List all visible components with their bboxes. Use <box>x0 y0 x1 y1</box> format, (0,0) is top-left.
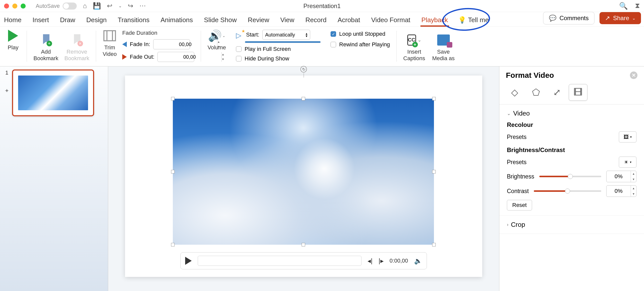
tab-home[interactable]: Home <box>3 16 22 26</box>
brightness-input[interactable]: 0% ▲▼ <box>606 171 636 182</box>
slide-thumbnail-1[interactable] <box>12 69 94 116</box>
undo-dropdown-icon[interactable]: ⌄ <box>118 4 122 8</box>
rotate-handle[interactable]: ↻ <box>300 66 307 72</box>
maximize-window[interactable] <box>21 4 26 9</box>
video-section-toggle[interactable]: ⌄ Video <box>507 110 636 117</box>
bc-presets-button[interactable]: ☀ ▾ <box>619 157 636 168</box>
player-volume-button[interactable]: 🔈 <box>414 257 422 265</box>
activity-icon[interactable]: ⧗ <box>635 2 640 10</box>
autosave-toggle[interactable]: AutoSave <box>36 3 77 10</box>
pane-tab-effects[interactable]: ⬠ <box>527 84 545 101</box>
resize-handle[interactable] <box>171 97 175 100</box>
pane-tab-size[interactable]: ⤢ <box>548 84 566 101</box>
remove-bookmark-button: Remove Bookmark <box>64 33 89 62</box>
ribbon-playback: Play Add Bookmark Remove Bookmark Trim V… <box>0 27 644 66</box>
home-icon[interactable]: ⌂ <box>83 2 87 10</box>
fade-out-input[interactable]: ▲▼ <box>157 52 194 62</box>
tab-review[interactable]: Review <box>247 16 270 26</box>
resize-handle[interactable] <box>432 243 436 246</box>
resize-handle[interactable] <box>171 243 175 246</box>
chevron-right-icon: › <box>507 222 508 227</box>
recolour-presets-button[interactable]: 🖼 ▾ <box>619 131 636 142</box>
share-button[interactable]: ↗ Share ⌄ <box>599 12 641 24</box>
fade-out-label: Fade Out: <box>130 54 154 60</box>
contrast-input[interactable]: 0% ▲▼ <box>606 185 636 197</box>
skip-forward-button[interactable]: |▸ <box>379 257 384 265</box>
fade-in-label: Fade In: <box>130 41 150 48</box>
play-label: Play <box>8 44 19 51</box>
resize-handle[interactable] <box>171 170 175 173</box>
recolour-presets-label: Presets <box>507 134 527 140</box>
loop-until-stopped-check[interactable]: ✓ Loop until Stopped <box>331 31 390 37</box>
tab-videoformat[interactable]: Video Format <box>370 16 411 26</box>
comments-button[interactable]: 💬 Comments <box>543 12 594 24</box>
add-bookmark-button[interactable]: Add Bookmark <box>33 33 58 62</box>
fade-in-input[interactable]: ▲▼ <box>153 39 190 49</box>
loop-label: Loop until Stopped <box>339 31 385 37</box>
volume-button[interactable]: 🔊⌄ Volume <box>208 29 226 51</box>
pane-tab-video[interactable]: 🎞 <box>569 84 587 101</box>
pane-close-button[interactable]: ✕ <box>630 71 637 79</box>
resize-handle[interactable] <box>432 97 436 100</box>
main-area: 1 ✦ ↻ ◂| <box>0 66 644 291</box>
reset-button[interactable]: Reset <box>507 200 532 210</box>
comments-label: Comments <box>559 15 589 22</box>
brightness-down[interactable]: ▼ <box>631 176 636 182</box>
switch-icon[interactable] <box>63 3 77 10</box>
video-object[interactable] <box>173 99 434 245</box>
underline-decoration <box>245 41 320 43</box>
start-dropdown[interactable]: Automatically ▴▾ <box>262 30 310 40</box>
seek-bar[interactable] <box>198 256 361 266</box>
hide-during-show-check[interactable]: Hide During Show <box>236 55 320 62</box>
trim-video-button[interactable]: Trim Video <box>103 29 117 57</box>
more-icon[interactable]: ⋯ <box>139 2 146 10</box>
recolour-label: Recolour <box>507 121 636 128</box>
redo-icon[interactable]: ↪ <box>128 2 133 10</box>
tab-acrobat[interactable]: Acrobat <box>337 16 361 26</box>
resize-handle[interactable] <box>432 170 436 173</box>
chevron-down-icon: ▾ <box>630 160 631 164</box>
player-play-button[interactable] <box>185 257 192 265</box>
play-button[interactable]: Play <box>6 29 20 51</box>
bc-presets-label: Presets <box>507 159 527 166</box>
tab-animations[interactable]: Animations <box>159 16 194 26</box>
thumbnail-preview <box>18 76 88 110</box>
skip-back-button[interactable]: ◂| <box>368 257 373 265</box>
contrast-slider[interactable] <box>534 190 601 192</box>
contrast-down[interactable]: ▼ <box>631 191 636 197</box>
save-media-button[interactable]: Save Media as <box>432 33 455 62</box>
resize-handle[interactable] <box>302 97 305 100</box>
search-icon[interactable]: 🔍 <box>619 2 628 10</box>
animation-indicator-icon: ✦ <box>5 88 9 94</box>
brightness-up[interactable]: ▲ <box>631 171 636 176</box>
contrast-up[interactable]: ▲ <box>631 186 636 191</box>
rewind-after-playing-check[interactable]: Rewind after Playing <box>331 41 390 48</box>
slide[interactable]: ↻ ◂| |▸ 0:00,00 🔈 <box>125 76 482 277</box>
chevron-updown-icon: ▴▾ <box>306 32 307 37</box>
crop-section-toggle[interactable]: › Crop <box>507 221 636 229</box>
tab-view[interactable]: View <box>279 16 295 26</box>
resize-handle[interactable] <box>302 243 305 246</box>
tab-design[interactable]: Design <box>85 16 108 26</box>
undo-icon[interactable]: ↩ <box>107 2 112 10</box>
save-icon[interactable]: 💾 <box>93 2 101 10</box>
brightness-slider[interactable] <box>539 176 601 177</box>
picture-icon: 🖼 <box>624 134 629 140</box>
minimize-window[interactable] <box>12 4 17 9</box>
tab-draw[interactable]: Draw <box>59 16 76 26</box>
save-media-label: Save Media as <box>432 49 455 62</box>
tell-me[interactable]: 💡 Tell me <box>458 16 489 26</box>
pane-tab-fill[interactable]: ◇ <box>505 84 524 101</box>
tab-insert[interactable]: Insert <box>31 16 50 26</box>
play-full-screen-check[interactable]: Play in Full Screen <box>236 46 320 52</box>
tab-playback[interactable]: Playback <box>420 16 449 26</box>
tab-slideshow[interactable]: Slide Show <box>203 16 238 26</box>
share-icon: ↗ <box>605 15 610 22</box>
tab-transitions[interactable]: Transitions <box>117 16 150 26</box>
video-player-controls: ◂| |▸ 0:00,00 🔈 <box>180 252 427 269</box>
tab-record[interactable]: Record <box>304 16 328 26</box>
play-icon <box>8 30 18 42</box>
start-label: Start: <box>246 31 259 38</box>
close-window[interactable] <box>4 4 9 9</box>
insert-captions-button[interactable]: CC ⌄ Insert Captions <box>403 33 425 62</box>
